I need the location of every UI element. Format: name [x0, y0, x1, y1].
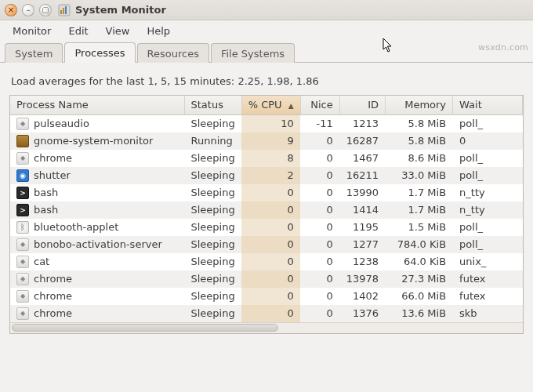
process-memory: 13.6 MiB — [386, 305, 453, 322]
table-row[interactable]: bluetooth-appletSleeping0011951.5 MiBpol… — [10, 219, 523, 236]
window-controls: × – ▢ — [5, 4, 52, 16]
process-name: bonobo-activation-server — [34, 238, 162, 250]
process-cpu: 0 — [241, 305, 300, 322]
table-row[interactable]: chromeSleeping8014678.6 MiBpoll_ — [10, 150, 523, 167]
process-memory: 5.8 MiB — [386, 114, 453, 132]
tab-resources[interactable]: Resources — [137, 43, 209, 63]
process-memory: 5.8 MiB — [386, 132, 453, 150]
process-name: chrome — [34, 152, 72, 164]
sort-asc-icon: ▲ — [288, 102, 294, 110]
process-status: Sleeping — [184, 114, 241, 132]
menu-view[interactable]: View — [98, 23, 138, 39]
menu-monitor[interactable]: Monitor — [5, 23, 59, 39]
process-status: Sleeping — [184, 167, 241, 184]
process-id: 1238 — [339, 253, 385, 270]
process-nice: 0 — [300, 288, 339, 305]
col-memory[interactable]: Memory — [386, 96, 453, 114]
title-bar: × – ▢ System Monitor — [0, 0, 533, 20]
process-memory: 1.7 MiB — [386, 201, 453, 219]
process-nice: 0 — [300, 167, 339, 184]
process-wait: n_tty — [453, 184, 523, 201]
table-row[interactable]: chromeSleeping001397827.3 MiBfutex — [10, 270, 523, 288]
col-wait[interactable]: Wait — [453, 96, 523, 114]
svg-rect-3 — [65, 6, 67, 14]
process-id: 13990 — [339, 184, 385, 201]
menu-edit[interactable]: Edit — [60, 23, 96, 39]
process-id: 1376 — [339, 305, 385, 322]
process-nice: 0 — [300, 236, 339, 253]
process-icon — [16, 169, 29, 182]
app-icon — [58, 4, 71, 16]
process-icon — [16, 290, 29, 303]
process-status: Running — [184, 132, 241, 150]
load-averages-label: Load averages for the last 1, 5, 15 minu… — [11, 75, 234, 87]
menu-help[interactable]: Help — [139, 23, 178, 39]
column-headers: Process Name Status % CPU ▲ Nice ID Memo… — [10, 96, 523, 114]
col-id[interactable]: ID — [339, 96, 385, 114]
process-wait: unix_ — [453, 253, 523, 270]
scrollbar-thumb[interactable] — [12, 324, 278, 332]
table-row[interactable]: catSleeping00123864.0 KiBunix_ — [10, 253, 523, 270]
process-id: 1402 — [339, 288, 385, 305]
process-name: cat — [34, 256, 49, 267]
process-name: bash — [34, 187, 58, 198]
process-status: Sleeping — [184, 150, 241, 167]
process-name: shutter — [34, 169, 71, 181]
process-status: Sleeping — [184, 184, 241, 201]
process-name: chrome — [34, 307, 72, 319]
col-cpu[interactable]: % CPU ▲ — [241, 96, 300, 114]
process-memory: 27.3 MiB — [386, 270, 453, 288]
table-row[interactable]: bashSleeping00139901.7 MiBn_tty — [10, 184, 523, 201]
process-wait: futex — [453, 288, 523, 305]
process-memory: 8.6 MiB — [386, 150, 453, 167]
process-icon — [16, 273, 29, 285]
tab-processes[interactable]: Processes — [64, 42, 135, 63]
process-memory: 66.0 MiB — [386, 288, 453, 305]
table-row[interactable]: pulseaudioSleeping10-1112135.8 MiBpoll_ — [10, 114, 523, 132]
table-row[interactable]: shutterSleeping201621133.0 MiBpoll_ — [10, 167, 523, 184]
load-averages: Load averages for the last 1, 5, 15 minu… — [11, 75, 522, 87]
process-wait: futex — [453, 270, 523, 288]
tabs: System Processes Resources File Systems — [0, 41, 533, 63]
process-cpu: 9 — [241, 132, 300, 150]
close-button[interactable]: × — [5, 4, 17, 16]
table-row[interactable]: chromeSleeping00137613.6 MiBskb — [10, 305, 523, 322]
col-nice[interactable]: Nice — [300, 96, 339, 114]
process-status: Sleeping — [184, 288, 241, 305]
tab-system[interactable]: System — [5, 43, 63, 63]
process-nice: 0 — [300, 150, 339, 167]
process-name: gnome-system-monitor — [34, 135, 153, 147]
col-process-name[interactable]: Process Name — [10, 96, 184, 114]
process-name: chrome — [34, 273, 72, 285]
process-icon — [16, 204, 29, 216]
process-nice: 0 — [300, 305, 339, 322]
process-nice: 0 — [300, 132, 339, 150]
table-row[interactable]: gnome-system-monitorRunning90162875.8 Mi… — [10, 132, 523, 150]
process-wait: 0 — [453, 132, 523, 150]
tab-file-systems[interactable]: File Systems — [211, 43, 295, 63]
process-icon — [16, 152, 29, 165]
svg-rect-2 — [63, 8, 64, 14]
process-table: Process Name Status % CPU ▲ Nice ID Memo… — [9, 95, 524, 334]
minimize-button[interactable]: – — [22, 4, 34, 16]
process-status: Sleeping — [184, 305, 241, 322]
process-cpu: 0 — [241, 201, 300, 219]
table-row[interactable]: bonobo-activation-serverSleeping00127778… — [10, 236, 523, 253]
col-status[interactable]: Status — [184, 96, 241, 114]
process-status: Sleeping — [184, 253, 241, 270]
process-icon — [16, 187, 29, 199]
maximize-button[interactable]: ▢ — [39, 4, 52, 16]
table-row[interactable]: bashSleeping0014141.7 MiBn_tty — [10, 201, 523, 219]
window-title: System Monitor — [75, 4, 166, 16]
horizontal-scrollbar[interactable] — [10, 322, 523, 333]
process-cpu: 0 — [241, 270, 300, 288]
process-icon — [16, 221, 29, 234]
col-cpu-label: % CPU — [248, 99, 282, 111]
process-name: chrome — [34, 290, 72, 302]
process-nice: 0 — [300, 270, 339, 288]
process-name: bash — [34, 204, 58, 216]
process-memory: 784.0 KiB — [386, 236, 453, 253]
table-row[interactable]: chromeSleeping00140266.0 MiBfutex — [10, 288, 523, 305]
process-memory: 1.5 MiB — [386, 219, 453, 236]
process-id: 16211 — [339, 167, 385, 184]
